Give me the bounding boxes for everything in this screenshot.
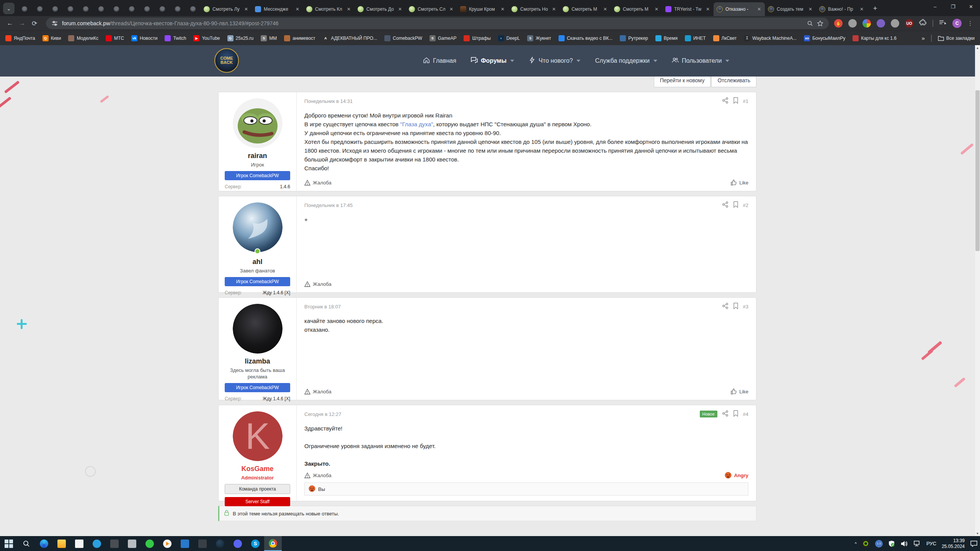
tab-close-icon[interactable]: ✕ xyxy=(500,7,505,12)
bookmark-item[interactable]: Рутрекер xyxy=(620,35,648,41)
post-date-link[interactable]: Понедельник в 14:31 xyxy=(304,98,722,104)
author-name[interactable]: lizamba xyxy=(225,357,290,365)
bookmark-item[interactable]: МТС xyxy=(106,35,124,41)
pinned-tab[interactable] xyxy=(155,2,170,16)
tab[interactable]: Смотреть Кл✕ xyxy=(303,2,354,16)
tab[interactable]: Смотреть Лу✕ xyxy=(201,2,252,16)
tab-close-icon[interactable]: ✕ xyxy=(654,7,659,12)
bookmark-icon[interactable] xyxy=(733,97,738,105)
taskbar-app-app-blue[interactable] xyxy=(88,536,106,551)
author-name[interactable]: KosGame xyxy=(225,465,290,473)
tab[interactable]: Мессендже✕ xyxy=(252,2,303,16)
network-icon[interactable] xyxy=(913,540,921,547)
tab-close-icon[interactable]: ✕ xyxy=(808,7,813,12)
bookmark-item[interactable]: SЖукнет xyxy=(527,35,551,41)
adblock-extension-icon[interactable]: ✋ xyxy=(834,19,843,28)
taskbar-app-whatsapp[interactable] xyxy=(141,536,158,551)
bookmark-item[interactable]: AАДЕКВАТНЫЙ ПРО... xyxy=(323,35,377,41)
purple-ext-extension-icon[interactable] xyxy=(877,19,885,28)
bookmark-item[interactable]: ComebackPW xyxy=(384,35,422,41)
language-indicator[interactable]: РУС xyxy=(926,541,936,546)
scrollbar-thumb[interactable] xyxy=(975,90,980,251)
bookmark-item[interactable]: ▶YouTube xyxy=(193,35,220,41)
tab[interactable]: Смотреть До✕ xyxy=(354,2,406,16)
report-link[interactable]: Жалоба xyxy=(304,389,332,395)
globe-ext-extension-icon[interactable] xyxy=(891,19,899,28)
scroll-down-arrow[interactable]: ▼ xyxy=(975,531,980,536)
media-playlist-icon[interactable] xyxy=(939,20,947,27)
taskbar-app-explorer[interactable] xyxy=(53,536,70,551)
nav-item-пользователи[interactable]: Пользователи xyxy=(672,57,729,65)
bookmarks-overflow-button[interactable]: » xyxy=(921,35,924,41)
avatar[interactable] xyxy=(233,98,283,148)
bookmark-item[interactable]: МоделиКс xyxy=(68,35,98,41)
bookmark-item[interactable]: ⌶Wayback MachineA... xyxy=(744,35,797,41)
post-number-link[interactable]: #1 xyxy=(743,98,748,104)
tray-expand-icon[interactable]: ^ xyxy=(855,541,857,546)
taskbar-app-media-player[interactable] xyxy=(158,536,176,551)
profile-avatar[interactable]: C xyxy=(952,19,962,28)
photos-extension-icon[interactable] xyxy=(862,19,871,28)
share-icon[interactable] xyxy=(722,303,728,310)
pinned-tab[interactable] xyxy=(170,2,185,16)
quest-link[interactable]: "Глаза духа" xyxy=(400,121,433,127)
extensions-puzzle-icon[interactable] xyxy=(919,19,927,28)
bookmark-item[interactable]: Время xyxy=(655,35,678,41)
tab-active[interactable]: Отказано -✕ xyxy=(714,2,765,16)
taskbar-app-app-dark[interactable] xyxy=(106,536,123,551)
pinned-tab[interactable] xyxy=(139,2,155,16)
post-date-link[interactable]: Понедельник в 17:45 xyxy=(304,202,722,208)
tab[interactable]: Круши Кром✕ xyxy=(457,2,508,16)
pinned-tab[interactable] xyxy=(185,2,201,16)
bookmark-item[interactable]: ›DeepL xyxy=(498,35,520,41)
angry-reaction-label[interactable]: Angry xyxy=(725,472,748,479)
bookmark-item[interactable]: SGameAP xyxy=(430,35,457,41)
author-name[interactable]: rairan xyxy=(225,152,290,160)
taskbar-app-photos[interactable] xyxy=(176,536,194,551)
ublock-origin-extension-icon[interactable]: UO xyxy=(905,19,913,28)
author-name[interactable]: ahl xyxy=(225,258,290,266)
nvidia-icon[interactable] xyxy=(862,540,870,548)
bookmark-item[interactable]: Twitch xyxy=(165,35,186,41)
tab-close-icon[interactable]: ✕ xyxy=(295,7,300,12)
avatar[interactable] xyxy=(233,304,283,354)
bookmark-icon[interactable] xyxy=(733,201,738,209)
post-number-link[interactable]: #3 xyxy=(743,304,748,310)
avatar[interactable]: K xyxy=(233,411,283,461)
nav-item-главная[interactable]: Главная xyxy=(423,57,456,65)
bookmark-item[interactable]: ЯндПочта xyxy=(5,35,35,41)
like-button[interactable]: Like xyxy=(731,179,748,186)
minimize-button[interactable]: – xyxy=(926,0,944,13)
nav-item-служба-поддержки[interactable]: Служба поддержки xyxy=(595,57,657,64)
share-icon[interactable] xyxy=(722,97,728,105)
bookmark-star-icon[interactable] xyxy=(817,20,823,27)
taskbar-app-steam[interactable] xyxy=(211,536,229,551)
bookmark-item[interactable]: Штрафы xyxy=(464,35,490,41)
taskbar-app-chrome[interactable] xyxy=(264,536,282,551)
tab-close-icon[interactable]: ✕ xyxy=(603,7,608,12)
forward-button[interactable]: → xyxy=(16,17,28,29)
bookmark-item[interactable]: vkНовости xyxy=(131,35,157,41)
tab[interactable]: TRYerist - Tw✕ xyxy=(662,2,714,16)
avatar[interactable] xyxy=(233,202,283,252)
taskbar-app-skype[interactable]: S xyxy=(247,536,264,551)
bookmark-item[interactable]: ИНЕТ xyxy=(685,35,706,41)
tab-close-icon[interactable]: ✕ xyxy=(243,7,249,12)
taskbar-app-calculator[interactable] xyxy=(194,536,211,551)
report-link[interactable]: Жалоба xyxy=(304,473,332,478)
reaction-users-link[interactable]: Вы xyxy=(318,486,325,492)
pinned-tab[interactable] xyxy=(17,2,32,16)
like-button[interactable]: Like xyxy=(731,388,748,395)
taskbar-app-notepad[interactable] xyxy=(70,536,88,551)
defender-icon[interactable] xyxy=(888,540,895,547)
share-icon[interactable] xyxy=(722,410,728,418)
tray-app-icon[interactable]: 1.0 xyxy=(875,540,883,548)
taskbar-app-app-gray[interactable] xyxy=(123,536,141,551)
volume-icon[interactable] xyxy=(900,540,908,547)
tab[interactable]: Смотреть М✕ xyxy=(611,2,662,16)
site-info-icon[interactable] xyxy=(51,20,58,27)
pinned-tab[interactable] xyxy=(47,2,63,16)
tab-close-icon[interactable]: ✕ xyxy=(449,7,454,12)
pinned-tab[interactable] xyxy=(32,2,47,16)
start-button[interactable] xyxy=(0,536,18,551)
